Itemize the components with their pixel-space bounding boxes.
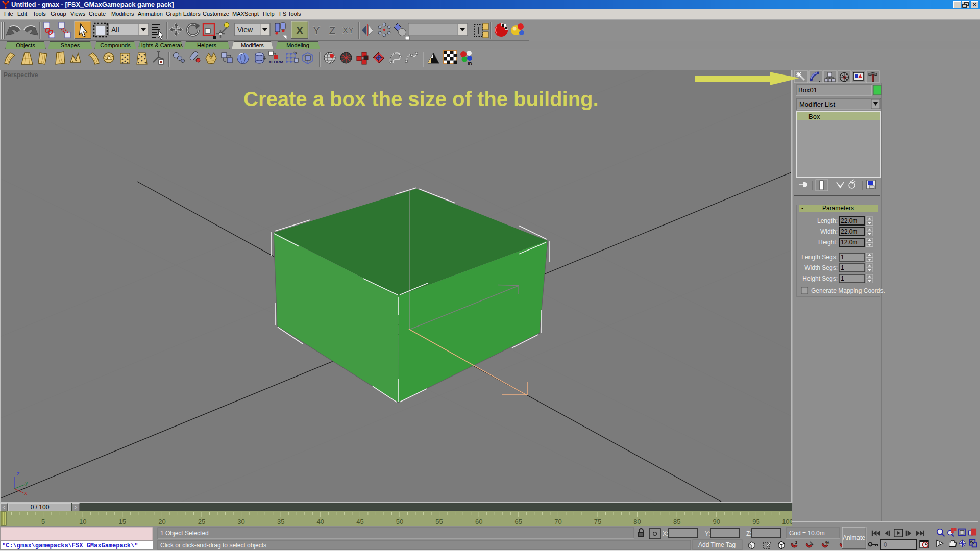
svg-text:5: 5 (41, 518, 45, 525)
svg-text:x: x (24, 490, 27, 496)
svg-text:Grid = 10.0m: Grid = 10.0m (789, 530, 825, 537)
svg-text:0: 0 (884, 541, 887, 548)
svg-text:75: 75 (594, 518, 601, 525)
svg-text:View: View (237, 26, 253, 34)
svg-text:1: 1 (841, 275, 844, 282)
svg-text:Width:: Width: (820, 228, 838, 235)
svg-text:Generate Mapping Coords.: Generate Mapping Coords. (811, 287, 885, 294)
svg-text:35: 35 (277, 518, 284, 525)
svg-text:XY: XY (342, 26, 354, 35)
svg-text:22.0m: 22.0m (841, 228, 857, 235)
svg-text:55: 55 (435, 518, 443, 525)
svg-text:1: 1 (841, 254, 844, 261)
svg-text:z: z (17, 470, 20, 477)
svg-text:20: 20 (158, 518, 165, 525)
svg-text:Click or click-and-drag to sel: Click or click-and-drag to select object… (160, 542, 266, 549)
svg-text:15: 15 (119, 518, 126, 525)
svg-text:22.0m: 22.0m (841, 217, 857, 224)
svg-text:40: 40 (317, 518, 324, 525)
svg-text:"C:\gmax\gamepacks\FSX_GMaxGam: "C:\gmax\gamepacks\FSX_GMaxGamepack\" (2, 542, 138, 549)
svg-text:Add Time Tag: Add Time Tag (698, 541, 736, 548)
svg-text:1 Object Selected: 1 Object Selected (160, 530, 209, 537)
svg-text:All: All (111, 26, 119, 34)
svg-text:60: 60 (475, 518, 482, 525)
svg-text:Height:: Height: (818, 239, 838, 246)
svg-text:100: 100 (782, 518, 792, 525)
svg-text:Height Segs:: Height Segs: (802, 275, 838, 282)
svg-text:ID: ID (468, 61, 473, 66)
svg-text:1: 1 (841, 264, 844, 271)
svg-text:Box01: Box01 (798, 86, 817, 94)
svg-text:95: 95 (752, 518, 760, 525)
svg-text:Parameters: Parameters (822, 205, 854, 212)
svg-text:65: 65 (515, 518, 522, 525)
svg-text:70: 70 (554, 518, 561, 525)
svg-text:Box: Box (808, 113, 820, 120)
svg-text:Length:: Length: (817, 217, 838, 224)
svg-text:3: 3 (795, 540, 797, 545)
svg-text:-: - (801, 205, 803, 212)
svg-text:Width Segs:: Width Segs: (804, 264, 838, 271)
svg-text:XFORM: XFORM (268, 60, 283, 64)
svg-text:Y:: Y: (705, 530, 710, 537)
svg-text:y: y (25, 480, 28, 486)
svg-text:12.0m: 12.0m (841, 239, 857, 246)
svg-text:80: 80 (633, 518, 641, 525)
svg-text:30: 30 (237, 518, 244, 525)
svg-text:Y: Y (313, 24, 321, 37)
svg-text:25: 25 (198, 518, 205, 525)
svg-text:90: 90 (713, 518, 720, 525)
svg-text:X:: X: (663, 530, 668, 537)
svg-text:Animate: Animate (843, 534, 865, 541)
svg-text:85: 85 (673, 518, 680, 525)
svg-text:Z: Z (329, 24, 335, 37)
svg-text:45: 45 (356, 518, 363, 525)
svg-text:10: 10 (79, 518, 86, 525)
svg-text:Modifier List: Modifier List (799, 101, 835, 108)
svg-text:Perspective: Perspective (4, 71, 38, 79)
svg-text:50: 50 (396, 518, 403, 525)
svg-text:%: % (825, 540, 829, 545)
svg-text:Z:: Z: (746, 530, 752, 537)
svg-text:X: X (296, 24, 304, 37)
svg-text:Create a box the size of the b: Create a box the size of the building. (243, 88, 599, 110)
svg-text:Length Segs:: Length Segs: (801, 254, 838, 261)
